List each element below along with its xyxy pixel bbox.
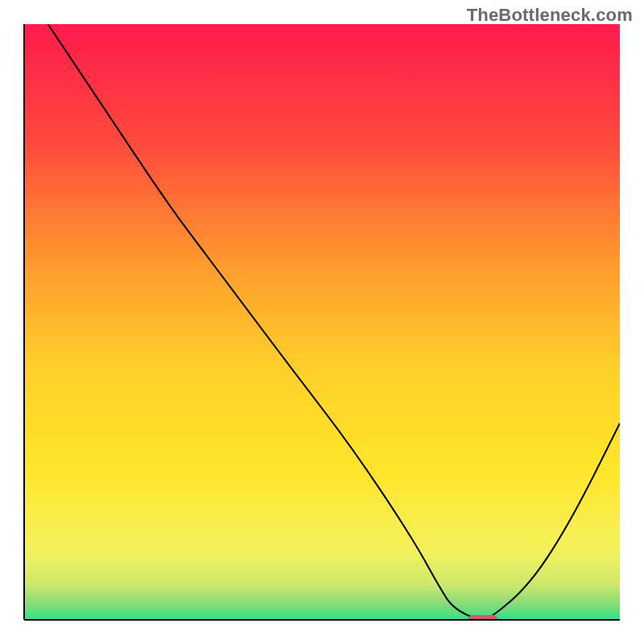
bottleneck-chart: TheBottleneck.com bbox=[0, 0, 644, 644]
plot-background bbox=[24, 24, 620, 620]
watermark-text: TheBottleneck.com bbox=[467, 5, 633, 26]
chart-svg bbox=[0, 0, 644, 644]
